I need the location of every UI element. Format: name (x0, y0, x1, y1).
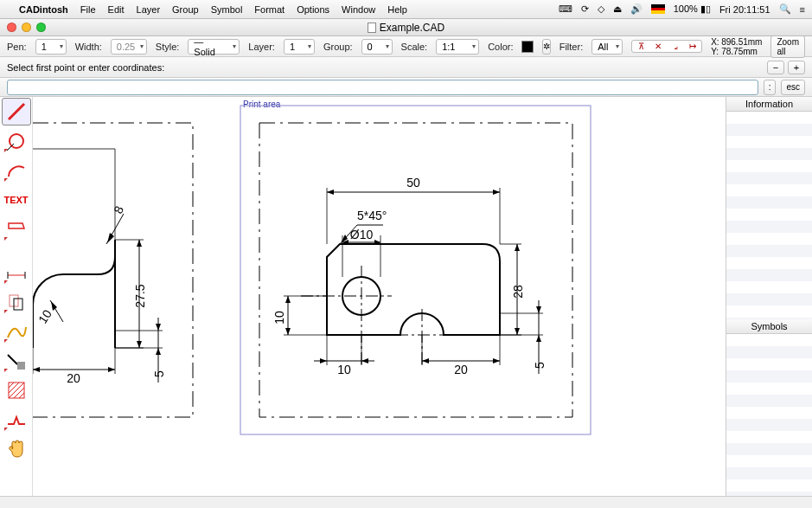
tool-palette: TEXT (0, 97, 33, 508)
symbols-panel-header[interactable]: Symbols (726, 319, 812, 334)
scale-select[interactable]: 1:1 (436, 39, 479, 55)
volume-icon[interactable]: 🔊 (630, 3, 643, 15)
svg-marker-26 (327, 190, 334, 195)
menu-edit[interactable]: Edit (108, 4, 125, 15)
drawing-canvas[interactable]: Print area 50 (33, 97, 726, 508)
x-value: 896.51mm (721, 37, 762, 47)
svg-marker-68 (137, 240, 142, 247)
style-select[interactable]: — Solid (188, 39, 240, 55)
scale-label: Scale: (401, 42, 428, 52)
menu-symbol[interactable]: Symbol (211, 4, 243, 15)
width-select[interactable]: 0.25 (111, 39, 147, 55)
svg-line-15 (19, 393, 24, 398)
menu-format[interactable]: Format (254, 4, 285, 15)
zoom-out-button[interactable]: − (767, 61, 784, 74)
line-tool[interactable] (2, 98, 31, 125)
coordinate-readout: X:896.51mm Y:78.75mm (711, 37, 762, 56)
window-title: Example.CAD (380, 22, 444, 34)
svg-marker-40 (285, 328, 291, 335)
right-sidebar: Information Symbols (726, 97, 812, 508)
trim-tool[interactable] (2, 347, 31, 375)
svg-marker-76 (108, 367, 115, 372)
svg-marker-44 (515, 244, 520, 251)
dim-left-275: 27.5 (133, 284, 147, 307)
layer-select[interactable]: 1 (284, 39, 315, 55)
esc-button[interactable]: esc (781, 80, 805, 95)
copy-tool[interactable] (2, 288, 31, 316)
svg-rect-9 (17, 362, 25, 370)
x-label: X: (711, 37, 721, 47)
menu-help[interactable]: Help (387, 4, 407, 15)
svg-line-0 (9, 104, 24, 119)
dim-20r: 20 (454, 363, 468, 376)
pan-tool[interactable] (2, 435, 31, 463)
svg-rect-16 (240, 106, 591, 434)
svg-line-8 (8, 355, 17, 364)
filter-select[interactable]: All (591, 39, 623, 55)
svg-marker-27 (493, 190, 500, 195)
document-proxy-icon[interactable] (368, 23, 376, 33)
dimension-tool[interactable] (2, 259, 31, 286)
clock[interactable]: Fri 20:11:51 (719, 4, 770, 15)
text-tool[interactable]: TEXT (2, 186, 31, 214)
colon-button[interactable]: : (764, 80, 777, 95)
menu-group[interactable]: Group (172, 4, 199, 15)
snap-endpoint-button[interactable]: ⊼ (633, 42, 649, 51)
app-menu[interactable]: CADintosh (19, 4, 68, 15)
snap-perpendicular-button[interactable]: ⦟ (668, 42, 683, 51)
spline-tool[interactable] (2, 318, 31, 345)
arc-tool[interactable] (2, 157, 31, 184)
spotlight-icon[interactable]: 🔍 (779, 3, 791, 15)
sync-icon[interactable]: ⟳ (581, 3, 589, 15)
menu-window[interactable]: Window (342, 4, 375, 15)
color-swatch[interactable] (521, 41, 533, 53)
svg-marker-60 (536, 335, 541, 342)
color-options-button[interactable]: ✲ (542, 39, 551, 55)
group-select[interactable]: 0 (361, 39, 393, 55)
color-label: Color: (488, 42, 513, 52)
svg-marker-69 (137, 341, 142, 348)
zoom-in-button[interactable]: + (788, 61, 805, 74)
svg-marker-71 (51, 301, 57, 311)
eject-icon[interactable]: ⏏ (613, 3, 622, 15)
menu-file[interactable]: File (80, 4, 96, 15)
menu-layer[interactable]: Layer (137, 4, 161, 15)
rectangle-tool[interactable] (2, 215, 31, 243)
svg-marker-80 (156, 324, 161, 331)
input-source-flag-icon[interactable] (651, 4, 665, 14)
keyboard-icon[interactable]: ⌨︎ (559, 3, 572, 15)
information-panel-header[interactable]: Information (726, 97, 812, 112)
style-label: Style: (156, 42, 180, 52)
filter-label: Filter: (559, 42, 584, 52)
dim-10h: 10 (337, 363, 351, 376)
wifi-icon[interactable]: ◇ (598, 3, 604, 15)
width-label: Width: (75, 42, 102, 52)
command-prompt-label: Select first point or enter coordinates: (7, 62, 164, 73)
battery-status[interactable]: 100% ▮▯ (674, 3, 711, 15)
svg-line-14 (14, 388, 24, 398)
window-minimize-button[interactable] (22, 23, 31, 32)
snap-buttons: ⊼ ✕ ⦟ ↦ (631, 40, 702, 53)
dim-5: 5 (533, 362, 547, 369)
break-tool[interactable] (2, 406, 31, 434)
notification-center-icon[interactable]: ≡ (800, 4, 805, 15)
toolbar-row-2: Select first point or enter coordinates:… (0, 57, 812, 78)
window-close-button[interactable] (7, 23, 16, 32)
svg-marker-64 (107, 233, 114, 243)
symbols-panel-body (726, 334, 812, 508)
menu-options[interactable]: Options (297, 4, 329, 15)
hatch-tool[interactable] (2, 376, 31, 404)
svg-line-11 (9, 383, 14, 388)
svg-marker-49 (320, 358, 327, 363)
circle-tool[interactable] (2, 127, 31, 155)
zoom-all-button[interactable]: Zoom all (770, 35, 805, 58)
window-zoom-button[interactable] (36, 23, 46, 32)
dim-10v: 10 (272, 311, 286, 325)
snap-tangent-button[interactable]: ↦ (685, 42, 700, 51)
command-input[interactable] (7, 80, 758, 95)
pen-select[interactable]: 1 (35, 39, 67, 55)
toolbar-row-3: : esc (0, 78, 812, 97)
svg-marker-55 (493, 358, 500, 363)
dim-left-8: 8 (111, 203, 126, 215)
snap-intersection-button[interactable]: ✕ (650, 42, 666, 51)
